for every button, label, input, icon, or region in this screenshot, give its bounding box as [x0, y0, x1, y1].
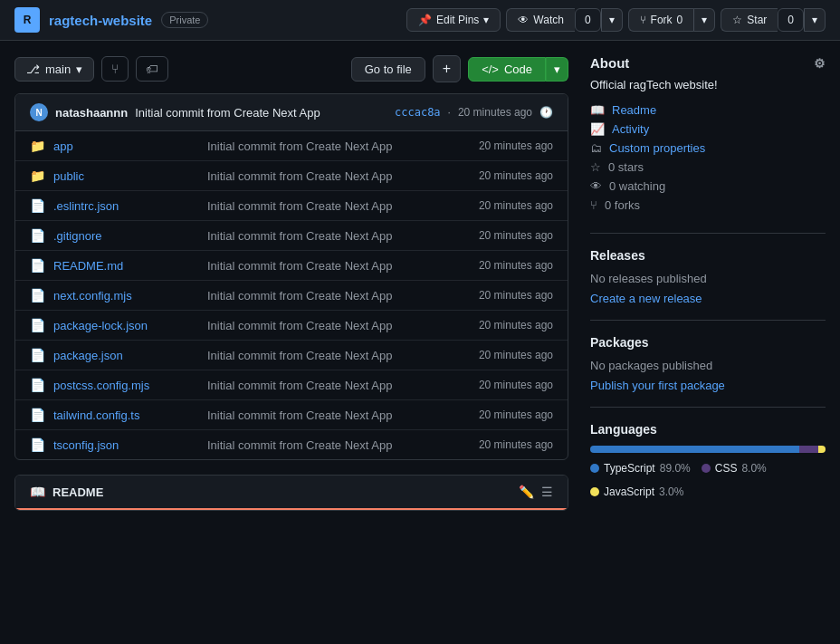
table-row: 📄README.mdInitial commit from Create Nex… [15, 251, 568, 281]
file-name[interactable]: .gitignore [53, 229, 198, 243]
packages-section: Packages No packages published Publish y… [590, 335, 826, 392]
repo-identity: R ragtech-website Private [14, 7, 208, 33]
css-label: CSS [715, 462, 738, 475]
sidebar-link-watching: 👁 0 watching [590, 177, 826, 196]
watch-caret[interactable]: ▾ [601, 8, 623, 32]
javascript-dot [590, 487, 599, 496]
file-time: 20 minutes ago [479, 169, 553, 182]
file-time: 20 minutes ago [479, 259, 553, 272]
javascript-pct: 3.0% [659, 485, 683, 498]
star-icon2: ☆ [590, 160, 601, 174]
activity-link[interactable]: Activity [612, 122, 649, 136]
commit-meta: cccac8a · 20 minutes ago 🕐 [395, 106, 553, 119]
code-icon: </> [482, 62, 499, 76]
file-name[interactable]: tailwind.config.ts [53, 409, 198, 422]
packages-title: Packages [590, 335, 826, 350]
app-logo: R [14, 7, 40, 33]
code-button-group: </> Code ▾ [468, 57, 568, 82]
sidebar-link-readme: 📖 Readme [590, 101, 826, 120]
packages-empty: No packages published [590, 359, 826, 372]
file-name[interactable]: README.md [53, 259, 198, 273]
file-name[interactable]: public [53, 169, 198, 183]
commit-author[interactable]: natashaannn [55, 106, 128, 120]
watch-button[interactable]: 👁 Watch [506, 8, 575, 32]
fork-button[interactable]: ⑂ Fork 0 [628, 8, 694, 32]
file-commit-message: Initial commit from Create Next App [207, 169, 470, 183]
file-name[interactable]: package.json [53, 349, 198, 362]
file-time: 20 minutes ago [479, 289, 553, 302]
sidebar-link-forks: ⑂ 0 forks [590, 196, 826, 215]
star-caret[interactable]: ▾ [804, 8, 826, 32]
readme-link[interactable]: Readme [612, 103, 656, 117]
custom-properties-link[interactable]: Custom properties [609, 141, 705, 155]
branch-selector[interactable]: ⎇ main ▾ [14, 57, 94, 82]
file-name[interactable]: next.config.mjs [53, 289, 198, 303]
readme-section: 📖 README ✏️ ☰ [14, 475, 568, 511]
commit-hash[interactable]: cccac8a [395, 106, 441, 119]
create-release-link[interactable]: Create a new release [590, 292, 702, 305]
file-time: 20 minutes ago [479, 229, 553, 242]
branches-button[interactable]: ⑂ [101, 56, 129, 82]
file-name[interactable]: postcss.config.mjs [53, 379, 198, 392]
readme-book-icon: 📖 [30, 485, 45, 499]
file-time: 20 minutes ago [479, 319, 553, 332]
code-caret-button[interactable]: ▾ [546, 57, 568, 82]
table-row: 📄package.jsonInitial commit from Create … [15, 341, 568, 370]
file-name[interactable]: app [53, 139, 198, 153]
sidebar: About ⚙ Official ragTech website! 📖 Read… [590, 55, 826, 511]
book-icon: 📖 [590, 103, 605, 117]
star-count[interactable]: 0 [778, 8, 804, 32]
go-to-file-button[interactable]: Go to file [351, 57, 425, 82]
author-avatar: N [30, 103, 48, 121]
readme-edit-icon[interactable]: ✏️ [519, 485, 534, 499]
edit-pins-button[interactable]: 📌 Edit Pins ▾ [406, 8, 501, 32]
file-icon: 📄 [30, 198, 44, 213]
language-bar [590, 446, 826, 453]
code-main-button[interactable]: </> Code [468, 57, 546, 82]
custom-props-icon: 🗂 [590, 141, 602, 155]
fork-caret[interactable]: ▾ [693, 8, 715, 32]
readme-actions: ✏️ ☰ [519, 485, 553, 499]
file-time: 20 minutes ago [479, 349, 553, 361]
settings-icon[interactable]: ⚙ [814, 56, 826, 71]
table-row: 📄tailwind.config.tsInitial commit from C… [15, 400, 568, 430]
watching-count: 0 watching [609, 179, 665, 193]
table-row: 📁appInitial commit from Create Next App2… [15, 131, 568, 161]
file-name[interactable]: package-lock.json [53, 319, 198, 332]
table-row: 📄.gitignoreInitial commit from Create Ne… [15, 221, 568, 251]
file-time: 20 minutes ago [479, 409, 553, 421]
javascript-label: JavaScript [604, 485, 654, 498]
file-time: 20 minutes ago [479, 379, 553, 391]
languages-title: Languages [590, 422, 826, 437]
repo-name[interactable]: ragtech-website [49, 13, 152, 28]
file-icon: 📄 [30, 378, 44, 392]
file-name[interactable]: tsconfig.json [53, 438, 198, 452]
chevron-down-icon: ▾ [483, 14, 489, 26]
tags-button[interactable]: 🏷 [136, 56, 168, 82]
file-icon: 📄 [30, 288, 44, 303]
file-list: 📁appInitial commit from Create Next App2… [15, 131, 568, 459]
page-header: R ragtech-website Private 📌 Edit Pins ▾ … [0, 0, 840, 41]
file-commit-message: Initial commit from Create Next App [207, 289, 470, 303]
lang-css: CSS 8.0% [702, 462, 767, 475]
activity-icon: 📈 [590, 122, 605, 136]
publish-package-link[interactable]: Publish your first package [590, 379, 725, 392]
file-icon: 📄 [30, 318, 44, 332]
history-icon[interactable]: 🕐 [539, 106, 553, 119]
file-commit-message: Initial commit from Create Next App [207, 199, 470, 213]
header-actions: 📌 Edit Pins ▾ 👁 Watch 0 ▾ ⑂ Fork 0 ▾ [406, 8, 826, 32]
about-title: About ⚙ [590, 55, 826, 71]
sidebar-link-custom-properties: 🗂 Custom properties [590, 139, 826, 158]
file-commit-message: Initial commit from Create Next App [207, 349, 470, 362]
table-row: 📄postcss.config.mjsInitial commit from C… [15, 370, 568, 400]
visibility-badge: Private [161, 12, 208, 28]
watch-count[interactable]: 0 [575, 8, 601, 32]
file-name[interactable]: .eslintrc.json [53, 199, 198, 213]
star-button[interactable]: ☆ Star [721, 8, 778, 32]
table-row: 📄tsconfig.jsonInitial commit from Create… [15, 430, 568, 459]
readme-list-icon[interactable]: ☰ [541, 485, 553, 499]
watch-group: 👁 Watch 0 ▾ [506, 8, 622, 32]
branch-caret: ▾ [76, 62, 82, 76]
add-file-button[interactable]: + [433, 55, 461, 82]
edit-pins-group: 📌 Edit Pins ▾ [406, 8, 501, 32]
